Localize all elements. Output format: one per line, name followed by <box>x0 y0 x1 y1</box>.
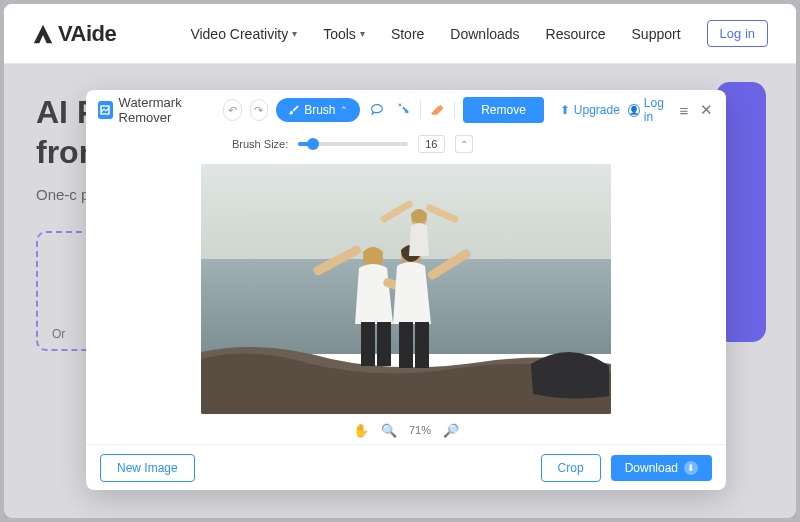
upgrade-link[interactable]: ⬆Upgrade <box>560 103 620 117</box>
redo-button[interactable]: ↷ <box>250 99 268 121</box>
nav-downloads[interactable]: Downloads <box>450 26 519 42</box>
chevron-down-icon: ▾ <box>360 28 365 39</box>
zoom-level: 71% <box>409 424 431 436</box>
brush-size-label: Brush Size: <box>232 138 288 150</box>
brush-icon <box>288 104 300 116</box>
app-icon <box>98 101 113 119</box>
zoom-out-button[interactable]: 🔍 <box>381 423 397 438</box>
watermark-remover-modal: Watermark Remover ↶ ↷ Brush ⌃ Remove ⬆Up… <box>86 90 726 490</box>
crop-button[interactable]: Crop <box>541 454 601 482</box>
modal-login-button[interactable]: 👤Log in <box>628 96 669 124</box>
photo-content <box>201 164 611 414</box>
svg-rect-11 <box>361 322 375 366</box>
user-icon: 👤 <box>628 104 640 117</box>
modal-footer: New Image Crop Download ⬇ <box>86 444 726 490</box>
eraser-icon <box>429 102 445 118</box>
brand-name: VAide <box>58 21 116 47</box>
nav-store[interactable]: Store <box>391 26 424 42</box>
svg-rect-1 <box>201 164 611 259</box>
remove-button[interactable]: Remove <box>463 97 544 123</box>
brush-size-stepper[interactable]: ⌃ <box>455 135 473 153</box>
upgrade-icon: ⬆ <box>560 103 570 117</box>
svg-rect-13 <box>399 322 413 368</box>
canvas-area <box>86 158 726 416</box>
svg-rect-12 <box>377 322 391 366</box>
download-icon: ⬇ <box>684 461 698 475</box>
svg-rect-14 <box>415 322 429 368</box>
undo-button[interactable]: ↶ <box>223 99 241 121</box>
brand-logo[interactable]: VAide <box>32 21 116 47</box>
login-button[interactable]: Log in <box>707 20 768 47</box>
main-nav: Video Creativity▾ Tools▾ Store Downloads… <box>190 20 768 47</box>
chevron-up-icon: ⌃ <box>340 105 348 115</box>
nav-support[interactable]: Support <box>632 26 681 42</box>
menu-button[interactable]: ≡ <box>677 101 692 119</box>
close-button[interactable]: ✕ <box>699 101 714 119</box>
redo-icon: ↷ <box>254 104 263 117</box>
chevron-up-icon: ⌃ <box>460 139 468 150</box>
chevron-down-icon: ▾ <box>292 28 297 39</box>
modal-toolbar: Watermark Remover ↶ ↷ Brush ⌃ Remove ⬆Up… <box>86 90 726 130</box>
zoom-controls: ✋ 🔍 71% 🔎 <box>86 416 726 444</box>
download-button[interactable]: Download ⬇ <box>611 455 712 481</box>
pan-hand-button[interactable]: ✋ <box>353 423 369 438</box>
magic-wand-button[interactable] <box>394 99 412 121</box>
modal-title: Watermark Remover <box>98 95 215 125</box>
brush-size-slider[interactable] <box>298 142 408 146</box>
top-navbar: VAide Video Creativity▾ Tools▾ Store Dow… <box>4 4 796 64</box>
working-image[interactable] <box>201 164 611 414</box>
undo-icon: ↶ <box>228 104 237 117</box>
wand-icon <box>395 102 411 118</box>
close-icon: ✕ <box>700 101 713 119</box>
brush-size-row: Brush Size: 16 ⌃ <box>86 130 726 158</box>
brush-tool-button[interactable]: Brush ⌃ <box>276 98 359 122</box>
lasso-tool-button[interactable] <box>368 99 386 121</box>
zoom-in-button[interactable]: 🔎 <box>443 423 459 438</box>
nav-resource[interactable]: Resource <box>546 26 606 42</box>
new-image-button[interactable]: New Image <box>100 454 195 482</box>
nav-video-creativity[interactable]: Video Creativity▾ <box>190 26 297 42</box>
eraser-tool-button[interactable] <box>428 99 446 121</box>
lasso-icon <box>369 102 385 118</box>
menu-icon: ≡ <box>680 102 689 119</box>
logo-icon <box>32 23 54 45</box>
brush-size-value: 16 <box>418 135 444 153</box>
nav-tools[interactable]: Tools▾ <box>323 26 365 42</box>
